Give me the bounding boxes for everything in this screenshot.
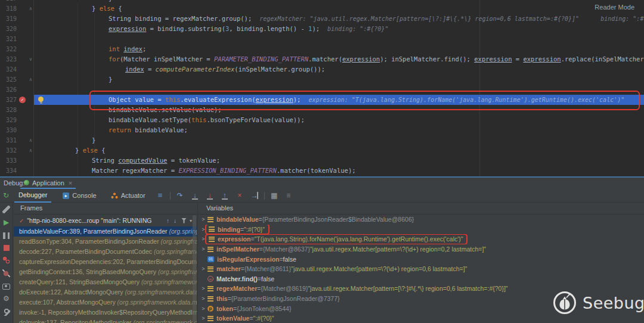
chevron-right-icon[interactable]: > xyxy=(200,306,206,312)
variable-row[interactable]: >binding = ":#{?0}" xyxy=(198,225,644,235)
variable-part: this xyxy=(216,295,228,302)
code-segment: , binding.length() - xyxy=(229,25,308,32)
code-text: Matcher regexMatcher = EXPRESSION_BINDIN… xyxy=(92,166,356,176)
mute-breakpoints-icon[interactable] xyxy=(2,269,10,277)
force-step-into-icon[interactable]: ↓ xyxy=(205,190,215,201)
debug-panel: Debug: Application × ↻ Debugger ▸ Consol… xyxy=(0,176,644,323)
code-line: 321 xyxy=(0,34,644,44)
frame-location: execute:107, AbstractMongoQuery xyxy=(19,299,117,306)
view-breakpoints-icon[interactable] xyxy=(2,256,10,264)
variable-part: Matcher.find() xyxy=(216,275,258,282)
code-text: } else { xyxy=(92,4,122,14)
thread-dump-camera-icon[interactable] xyxy=(2,284,10,290)
code-segment: = xyxy=(512,55,523,63)
code-segment: } xyxy=(92,5,100,12)
stop-icon[interactable] xyxy=(4,245,10,251)
breakpoint-icon[interactable]: ✓ xyxy=(19,97,26,103)
fold-marker-icon[interactable]: ∧ xyxy=(27,4,34,14)
settings-gear-icon[interactable]: ⚙ xyxy=(2,295,10,303)
code-segment: (inSpelMatcher.group()); xyxy=(234,66,325,73)
step-into-icon[interactable]: ↓ xyxy=(190,190,200,201)
pin-icon[interactable] xyxy=(2,308,10,316)
frame-row[interactable]: createQuery:121, StringBasedMongoQuery (… xyxy=(14,277,197,287)
variable-watch-icon: ∞ xyxy=(208,276,213,282)
evaluate-expression-icon[interactable]: ▦ xyxy=(270,190,279,201)
variable-bars-icon xyxy=(208,266,213,272)
run-to-cursor-icon[interactable]: → xyxy=(250,190,259,201)
step-over-icon[interactable]: ↷ xyxy=(175,190,185,201)
code-segment: expression xyxy=(256,96,293,103)
code-text: expression = binding.substring(3, bindin… xyxy=(109,24,388,34)
code-editor[interactable]: 317}318∧} else {319String binding = rege… xyxy=(0,0,644,176)
drop-frame-icon[interactable]: × xyxy=(235,190,244,201)
chevron-right-icon[interactable]: > xyxy=(200,266,206,272)
code-segment: int xyxy=(109,45,123,52)
frame-row[interactable]: bindableValueFor:389, ParameterBindingJs… xyxy=(14,226,197,237)
thread-selector[interactable]: ✓ "http-nio-8080-exec...roup "main": RUN… xyxy=(14,215,197,226)
tab-application-session[interactable]: Application × xyxy=(20,178,76,189)
filter-icon[interactable] xyxy=(181,218,187,223)
rerun-icon[interactable]: ↻ xyxy=(0,190,12,201)
code-segment: .replace(inSpelMatcher.gr xyxy=(561,55,644,63)
fold-marker-icon[interactable]: ∧ xyxy=(27,74,34,85)
pause-icon[interactable] xyxy=(3,232,10,239)
variable-row[interactable]: 01isRegularExpression = false xyxy=(198,254,644,264)
frame-row[interactable]: decode:227, ParameterBindingDocumentCode… xyxy=(14,247,197,257)
reader-mode-toggle[interactable]: Reader Mode xyxy=(595,4,634,11)
variable-part: {Matcher@8619} xyxy=(261,285,308,292)
chevron-right-icon[interactable]: > xyxy=(200,246,206,252)
arrow-up-icon[interactable]: ↑ xyxy=(166,218,169,224)
variable-bars-icon xyxy=(208,247,213,252)
code-segment: String xyxy=(92,157,118,164)
tab-debugger[interactable]: Debugger xyxy=(14,189,51,203)
frame-row[interactable]: doInvoke:137, RepositoryMethodInvoker (o… xyxy=(14,318,197,323)
layout-settings-icon[interactable]: ≡ xyxy=(284,190,293,201)
variable-row[interactable]: >matcher = {Matcher@8611} "java.util.reg… xyxy=(198,264,644,274)
variable-content: ∞Matcher.find() = false xyxy=(206,274,274,283)
variable-row[interactable]: >inSpelMatcher = {Matcher@8637} "java.ut… xyxy=(198,244,644,254)
step-out-icon[interactable]: ↑ xyxy=(220,190,230,201)
fold-marker-icon[interactable]: ∨ xyxy=(27,54,34,64)
frames-header: Frames xyxy=(14,203,197,215)
frame-location: getBindingContext:136, StringBasedMongoQ… xyxy=(19,268,158,275)
more-options-icon[interactable]: ≡ xyxy=(156,190,165,201)
frame-row[interactable]: execute:107, AbstractMongoQuery (org.spr… xyxy=(14,297,197,308)
variable-row[interactable]: >bindableValue = {ParameterBindingJsonRe… xyxy=(198,215,644,225)
chevron-right-icon[interactable]: > xyxy=(200,285,206,291)
code-segment: binding: ":#{?0}" xyxy=(327,26,388,32)
frame-location: invoke:-1, RepositoryMethodInvoker$Repos… xyxy=(19,309,197,316)
chevron-down-icon[interactable]: ▾ xyxy=(190,218,192,223)
fold-marker-icon[interactable]: ∧ xyxy=(27,135,34,145)
line-number: 329 xyxy=(0,115,17,125)
frames-scrollbar[interactable] xyxy=(193,215,196,322)
chevron-right-icon[interactable]: > xyxy=(200,296,206,302)
frame-row[interactable]: captureExpressionDependencies:202, Param… xyxy=(14,257,197,267)
variable-bars-icon xyxy=(208,217,213,222)
variable-row[interactable]: >expression = "T(java.lang.String).forNa… xyxy=(198,234,644,244)
frame-row[interactable]: readBsonType:304, ParameterBindingJsonRe… xyxy=(14,237,197,247)
variable-part: bindableValue xyxy=(216,216,259,223)
variable-part: "java.util.regex.Matcher[pattern=\?(\d+)… xyxy=(310,246,486,253)
wrench-icon[interactable] xyxy=(2,206,10,213)
tab-console[interactable]: ▸ Console xyxy=(58,190,100,202)
close-icon[interactable]: × xyxy=(69,179,72,187)
frame-row[interactable]: getBindingContext:136, StringBasedMongoQ… xyxy=(14,267,197,277)
variable-part: false xyxy=(283,256,296,263)
frame-location: bindableValueFor:389, ParameterBindingJs… xyxy=(19,228,169,235)
chevron-right-icon[interactable]: > xyxy=(200,315,206,321)
variable-row[interactable]: ∞Matcher.find() = false xyxy=(198,274,644,284)
intention-bulb-icon[interactable] xyxy=(38,97,44,102)
tab-actuator[interactable]: Actuator xyxy=(107,190,150,202)
variable-part: inSpelMatcher xyxy=(216,246,259,253)
fold-marker-icon[interactable]: ∧ xyxy=(27,145,34,156)
variable-part: false xyxy=(261,275,274,282)
chevron-right-icon[interactable]: > xyxy=(200,216,206,222)
frame-row[interactable]: invoke:-1, RepositoryMethodInvoker$Repos… xyxy=(14,308,197,318)
frame-row[interactable]: doExecute:122, AbstractMongoQuery (org.s… xyxy=(14,287,197,297)
breakpoint-check-icon: ✓ xyxy=(19,97,26,103)
arrow-down-icon[interactable]: ↓ xyxy=(174,218,177,224)
code-segment: .matcher( xyxy=(308,55,342,63)
frame-package: (org.springframework xyxy=(141,278,197,285)
resume-icon[interactable]: ▶ xyxy=(2,219,10,226)
code-text: } xyxy=(92,135,95,145)
